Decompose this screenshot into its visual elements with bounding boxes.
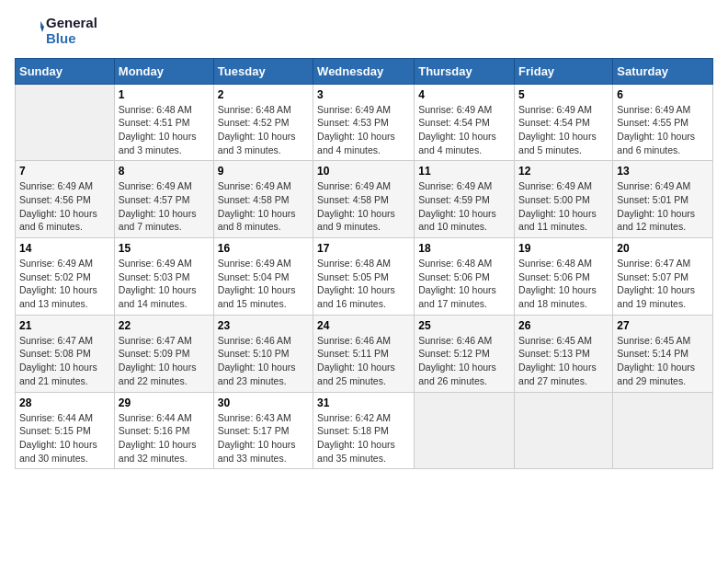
day-number: 6 xyxy=(617,88,709,101)
calendar-cell: 8Sunrise: 6:49 AM Sunset: 4:57 PM Daylig… xyxy=(114,161,213,238)
calendar-cell: 7Sunrise: 6:49 AM Sunset: 4:56 PM Daylig… xyxy=(16,161,115,238)
day-number: 3 xyxy=(317,88,410,101)
day-header-thursday: Thursday xyxy=(415,58,515,84)
calendar-cell: 1Sunrise: 6:48 AM Sunset: 4:51 PM Daylig… xyxy=(114,84,213,161)
calendar-week-2: 7Sunrise: 6:49 AM Sunset: 4:56 PM Daylig… xyxy=(16,161,713,238)
calendar-cell: 27Sunrise: 6:45 AM Sunset: 5:14 PM Dayli… xyxy=(613,315,713,392)
day-info: Sunrise: 6:47 AM Sunset: 5:09 PM Dayligh… xyxy=(119,334,210,388)
day-header-wednesday: Wednesday xyxy=(313,58,415,84)
calendar-cell: 22Sunrise: 6:47 AM Sunset: 5:09 PM Dayli… xyxy=(114,315,213,392)
calendar-week-5: 28Sunrise: 6:44 AM Sunset: 5:15 PM Dayli… xyxy=(16,392,713,469)
logo-blue: Blue xyxy=(46,30,97,46)
day-info: Sunrise: 6:46 AM Sunset: 5:11 PM Dayligh… xyxy=(317,334,410,388)
day-number: 5 xyxy=(518,88,609,101)
calendar-cell: 17Sunrise: 6:48 AM Sunset: 5:05 PM Dayli… xyxy=(313,238,415,316)
calendar-cell xyxy=(16,84,115,161)
day-number: 16 xyxy=(218,242,309,255)
day-info: Sunrise: 6:46 AM Sunset: 5:10 PM Dayligh… xyxy=(218,334,309,388)
calendar-cell: 30Sunrise: 6:43 AM Sunset: 5:17 PM Dayli… xyxy=(213,392,313,469)
day-info: Sunrise: 6:49 AM Sunset: 4:58 PM Dayligh… xyxy=(218,179,309,234)
calendar-cell: 21Sunrise: 6:47 AM Sunset: 5:08 PM Dayli… xyxy=(16,315,115,392)
day-number: 26 xyxy=(518,319,609,332)
day-info: Sunrise: 6:48 AM Sunset: 4:52 PM Dayligh… xyxy=(218,103,309,157)
day-number: 23 xyxy=(218,319,309,332)
day-info: Sunrise: 6:43 AM Sunset: 5:17 PM Dayligh… xyxy=(218,411,309,465)
calendar-cell: 9Sunrise: 6:49 AM Sunset: 4:58 PM Daylig… xyxy=(213,161,313,238)
calendar-cell: 20Sunrise: 6:47 AM Sunset: 5:07 PM Dayli… xyxy=(613,238,713,316)
day-number: 27 xyxy=(617,319,709,332)
calendar-cell: 29Sunrise: 6:44 AM Sunset: 5:16 PM Dayli… xyxy=(114,392,213,469)
day-info: Sunrise: 6:49 AM Sunset: 4:59 PM Dayligh… xyxy=(418,179,510,234)
calendar-cell xyxy=(415,392,515,469)
day-header-saturday: Saturday xyxy=(613,58,713,84)
calendar-cell: 14Sunrise: 6:49 AM Sunset: 5:02 PM Dayli… xyxy=(16,238,115,316)
logo: General Blue xyxy=(15,15,97,47)
calendar-cell: 19Sunrise: 6:48 AM Sunset: 5:06 PM Dayli… xyxy=(515,238,613,316)
day-number: 13 xyxy=(617,165,709,178)
day-number: 1 xyxy=(119,88,210,101)
day-info: Sunrise: 6:45 AM Sunset: 5:14 PM Dayligh… xyxy=(617,334,709,388)
day-info: Sunrise: 6:49 AM Sunset: 5:00 PM Dayligh… xyxy=(518,179,609,234)
logo-text: General Blue xyxy=(46,15,97,47)
day-number: 14 xyxy=(19,242,110,255)
day-number: 12 xyxy=(518,165,609,178)
calendar-cell: 11Sunrise: 6:49 AM Sunset: 4:59 PM Dayli… xyxy=(415,161,515,238)
logo-flag-icon xyxy=(15,16,44,45)
day-info: Sunrise: 6:49 AM Sunset: 4:55 PM Dayligh… xyxy=(617,103,709,157)
day-number: 25 xyxy=(418,319,510,332)
day-info: Sunrise: 6:49 AM Sunset: 5:02 PM Dayligh… xyxy=(19,257,110,311)
day-info: Sunrise: 6:49 AM Sunset: 5:04 PM Dayligh… xyxy=(218,257,309,311)
day-number: 31 xyxy=(317,396,410,409)
calendar-cell: 4Sunrise: 6:49 AM Sunset: 4:54 PM Daylig… xyxy=(415,84,515,161)
calendar-cell: 16Sunrise: 6:49 AM Sunset: 5:04 PM Dayli… xyxy=(213,238,313,316)
svg-marker-1 xyxy=(40,27,44,32)
calendar-cell xyxy=(515,392,613,469)
day-number: 18 xyxy=(418,242,510,255)
calendar-week-1: 1Sunrise: 6:48 AM Sunset: 4:51 PM Daylig… xyxy=(16,84,713,161)
day-info: Sunrise: 6:49 AM Sunset: 4:54 PM Dayligh… xyxy=(518,103,609,157)
calendar-week-3: 14Sunrise: 6:49 AM Sunset: 5:02 PM Dayli… xyxy=(16,238,713,316)
logo-general: General xyxy=(46,15,97,30)
day-number: 29 xyxy=(119,396,210,409)
calendar-week-4: 21Sunrise: 6:47 AM Sunset: 5:08 PM Dayli… xyxy=(16,315,713,392)
calendar-cell: 3Sunrise: 6:49 AM Sunset: 4:53 PM Daylig… xyxy=(313,84,415,161)
page-header: General Blue xyxy=(15,15,713,47)
day-header-sunday: Sunday xyxy=(16,58,115,84)
day-header-monday: Monday xyxy=(114,58,213,84)
calendar-cell: 31Sunrise: 6:42 AM Sunset: 5:18 PM Dayli… xyxy=(313,392,415,469)
logo-container: General Blue xyxy=(15,15,97,47)
day-number: 8 xyxy=(119,165,210,178)
calendar-table: SundayMondayTuesdayWednesdayThursdayFrid… xyxy=(15,58,713,470)
calendar-cell xyxy=(613,392,713,469)
day-info: Sunrise: 6:48 AM Sunset: 4:51 PM Dayligh… xyxy=(119,103,210,157)
day-info: Sunrise: 6:45 AM Sunset: 5:13 PM Dayligh… xyxy=(518,334,609,388)
day-header-tuesday: Tuesday xyxy=(213,58,313,84)
day-number: 2 xyxy=(218,88,309,101)
day-info: Sunrise: 6:48 AM Sunset: 5:06 PM Dayligh… xyxy=(518,257,609,311)
day-info: Sunrise: 6:46 AM Sunset: 5:12 PM Dayligh… xyxy=(418,334,510,388)
day-info: Sunrise: 6:47 AM Sunset: 5:07 PM Dayligh… xyxy=(617,257,709,311)
day-info: Sunrise: 6:49 AM Sunset: 4:56 PM Dayligh… xyxy=(19,179,110,234)
calendar-cell: 2Sunrise: 6:48 AM Sunset: 4:52 PM Daylig… xyxy=(213,84,313,161)
day-number: 20 xyxy=(617,242,709,255)
day-info: Sunrise: 6:44 AM Sunset: 5:15 PM Dayligh… xyxy=(19,411,110,465)
calendar-cell: 12Sunrise: 6:49 AM Sunset: 5:00 PM Dayli… xyxy=(515,161,613,238)
day-info: Sunrise: 6:48 AM Sunset: 5:05 PM Dayligh… xyxy=(317,257,410,311)
day-info: Sunrise: 6:49 AM Sunset: 5:03 PM Dayligh… xyxy=(119,257,210,311)
day-number: 15 xyxy=(119,242,210,255)
calendar-cell: 25Sunrise: 6:46 AM Sunset: 5:12 PM Dayli… xyxy=(415,315,515,392)
day-number: 4 xyxy=(418,88,510,101)
day-number: 19 xyxy=(518,242,609,255)
day-number: 30 xyxy=(218,396,309,409)
day-info: Sunrise: 6:49 AM Sunset: 4:57 PM Dayligh… xyxy=(119,179,210,234)
calendar-cell: 24Sunrise: 6:46 AM Sunset: 5:11 PM Dayli… xyxy=(313,315,415,392)
calendar-cell: 10Sunrise: 6:49 AM Sunset: 4:58 PM Dayli… xyxy=(313,161,415,238)
calendar-cell: 13Sunrise: 6:49 AM Sunset: 5:01 PM Dayli… xyxy=(613,161,713,238)
calendar-cell: 6Sunrise: 6:49 AM Sunset: 4:55 PM Daylig… xyxy=(613,84,713,161)
calendar-cell: 15Sunrise: 6:49 AM Sunset: 5:03 PM Dayli… xyxy=(114,238,213,316)
calendar-cell: 18Sunrise: 6:48 AM Sunset: 5:06 PM Dayli… xyxy=(415,238,515,316)
day-info: Sunrise: 6:47 AM Sunset: 5:08 PM Dayligh… xyxy=(19,334,110,388)
day-header-friday: Friday xyxy=(515,58,613,84)
day-info: Sunrise: 6:49 AM Sunset: 4:58 PM Dayligh… xyxy=(317,179,410,234)
day-info: Sunrise: 6:49 AM Sunset: 4:54 PM Dayligh… xyxy=(418,103,510,157)
